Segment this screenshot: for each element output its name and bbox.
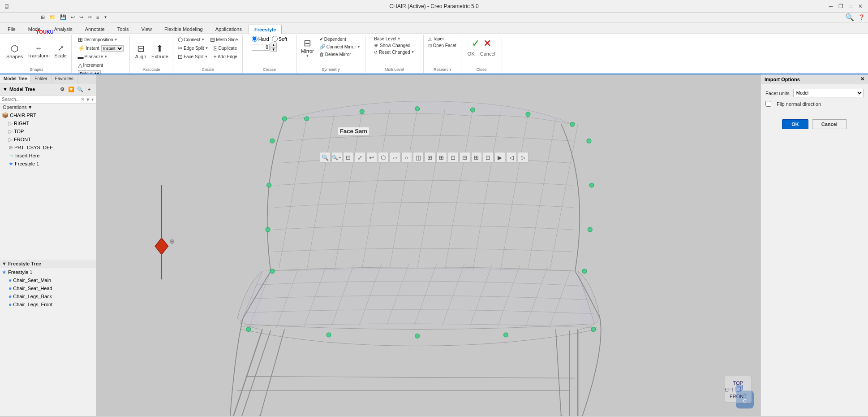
- tree-item-top[interactable]: ▷ TOP: [0, 127, 96, 135]
- freestyle-tree-seat-main[interactable]: ● Chair_Seat_Main: [0, 276, 96, 284]
- minimize-button[interactable]: ─: [827, 2, 835, 10]
- display-mode-1[interactable]: ⊞: [425, 152, 435, 163]
- edge-split-button[interactable]: ✂ Edge Split ▼: [176, 44, 211, 52]
- freestyle-tree-legs-back[interactable]: ● Chair_Legs_Back: [0, 292, 96, 300]
- tree-search-clear[interactable]: ✕: [81, 96, 85, 102]
- qa-dropdown[interactable]: ▼: [102, 15, 108, 19]
- section-button[interactable]: ◫: [413, 152, 424, 163]
- scale-button[interactable]: ⤢ Scale: [52, 43, 69, 59]
- import-cancel-button[interactable]: Cancel: [812, 119, 847, 129]
- search-icon[interactable]: 🔍: [844, 13, 855, 22]
- chair-3d-model[interactable]: ⊕: [96, 74, 761, 416]
- tab-file[interactable]: File: [2, 24, 21, 34]
- tree-search-input[interactable]: [2, 97, 81, 102]
- crease-value-input[interactable]: [252, 44, 270, 51]
- cancel-x-button[interactable]: ✕: [483, 38, 491, 49]
- tab-favorites[interactable]: Favorites: [52, 74, 77, 83]
- freestyle-tree-root[interactable]: ★ Freestyle 1: [0, 268, 96, 276]
- restore-button[interactable]: ❐: [837, 2, 845, 10]
- tree-item-prt-csys-def[interactable]: ⊕ PRT_CSYS_DEF: [0, 143, 96, 152]
- hard-radio[interactable]: [252, 36, 258, 42]
- tab-applications[interactable]: Applications: [210, 24, 248, 34]
- tab-folder[interactable]: Folder: [31, 74, 51, 83]
- zoom-in-button[interactable]: 🔍: [320, 152, 331, 163]
- display-mode-5[interactable]: ⊞: [471, 152, 482, 163]
- tree-search-icon[interactable]: 🔍: [76, 85, 84, 93]
- display-mode-2[interactable]: ⊞: [436, 152, 447, 163]
- rotate-button[interactable]: ↩: [366, 152, 377, 163]
- soft-radio[interactable]: [272, 36, 278, 42]
- qa-cut[interactable]: ✂: [86, 14, 93, 20]
- delete-mirror-button[interactable]: 🗑 Delete Mirror: [318, 51, 362, 57]
- align-button[interactable]: ⊟ Align: [133, 42, 149, 60]
- planarize-button[interactable]: ▬ Planarize ▼: [76, 53, 110, 61]
- decomposition-button[interactable]: ⊞ Decomposition ▼: [76, 36, 120, 43]
- default-select-button[interactable]: Default: [76, 70, 103, 74]
- soft-radio-label[interactable]: Soft: [272, 36, 288, 42]
- maximize-button[interactable]: □: [847, 2, 855, 10]
- tree-search-filter-icon[interactable]: ▼: [86, 97, 90, 102]
- transform-button[interactable]: ↔ Transform: [26, 43, 52, 59]
- qa-save[interactable]: 💾: [59, 14, 68, 20]
- taper-button[interactable]: △ Taper: [426, 36, 446, 42]
- base-level-button[interactable]: Base Level ▼: [372, 36, 402, 42]
- wireframe-button[interactable]: ⬡: [378, 152, 389, 163]
- freestyle-tree-seat-head[interactable]: ● Chair_Seat_Head: [0, 284, 96, 292]
- tab-model[interactable]: Model: [22, 24, 47, 34]
- hidden-lines-button[interactable]: ○: [401, 152, 412, 163]
- qa-undo[interactable]: ↩: [69, 14, 76, 20]
- zoom-fit-button[interactable]: ⊡: [343, 152, 354, 163]
- tree-item-front[interactable]: ▷ FRONT: [0, 135, 96, 143]
- operations-dropdown-icon[interactable]: ▼: [28, 104, 33, 110]
- tree-settings-icon[interactable]: ⚙: [58, 85, 66, 93]
- viewport[interactable]: 🔍 🔍− ⊡ ⤢ ↩ ⬡ ▱ ○ ◫ ⊞ ⊞ ⊡ ⊟ ⊞ ⊡ ▶ ◁ ▷ Fac…: [96, 74, 761, 416]
- display-mode-6[interactable]: ⊡: [483, 152, 494, 163]
- import-ok-button[interactable]: OK: [782, 119, 808, 129]
- dependent-button[interactable]: ✔ Dependent: [318, 36, 362, 43]
- tree-item-chair-prt[interactable]: 📦 CHAIR.PRT: [0, 111, 96, 119]
- freestyle-tree-legs-front[interactable]: ● Chair_Legs_Front: [0, 300, 96, 308]
- mirror-button[interactable]: ⊟ Mirror ▼: [299, 36, 316, 60]
- tab-freestyle[interactable]: Freestyle: [249, 25, 282, 34]
- qa-new[interactable]: ⊞: [39, 14, 46, 20]
- duplicate-button[interactable]: ⎘ Duplicate: [212, 44, 239, 52]
- instant-select[interactable]: Instant: [101, 45, 124, 52]
- select-mode[interactable]: ▷: [518, 152, 529, 163]
- qa-redo[interactable]: ↪: [78, 14, 85, 20]
- shaded-button[interactable]: ▱: [390, 152, 400, 163]
- qa-open[interactable]: 📁: [48, 14, 57, 20]
- reset-changed-button[interactable]: ↺ Reset Changed ▼: [372, 49, 416, 55]
- nav-back[interactable]: ◁: [506, 152, 517, 163]
- tab-flexible-modeling[interactable]: Flexible Modeling: [159, 24, 209, 34]
- shapes-button[interactable]: ⬡ Shapes: [4, 42, 25, 60]
- help-icon[interactable]: ❓: [857, 14, 866, 20]
- tab-analysis[interactable]: Analysis: [48, 24, 78, 34]
- import-options-close-icon[interactable]: ✕: [860, 76, 864, 82]
- zoom-out-button[interactable]: 🔍−: [331, 152, 342, 163]
- tree-item-right[interactable]: ▷ RIGHT: [0, 119, 96, 127]
- default-dropdown[interactable]: Default: [78, 70, 101, 74]
- increment-button[interactable]: △ Increment: [76, 61, 105, 69]
- freestyle-tree-header[interactable]: ▼ Freestyle Tree: [0, 260, 96, 268]
- tab-tools[interactable]: Tools: [112, 24, 135, 34]
- add-edge-button[interactable]: + Add Edge: [211, 53, 239, 61]
- tree-add-icon[interactable]: +: [85, 85, 93, 93]
- instant-button[interactable]: ⚡ Instant Instant: [76, 44, 125, 52]
- hard-radio-label[interactable]: Hard: [252, 36, 269, 42]
- ok-checkmark-button[interactable]: ✓: [472, 38, 480, 49]
- facet-units-select[interactable]: Model Millimeter Inch: [793, 89, 864, 97]
- nav-forward[interactable]: ▶: [494, 152, 505, 163]
- open-facet-button[interactable]: ⊡ Open Facet: [426, 43, 458, 48]
- tree-item-insert-here[interactable]: → Insert Here: [0, 152, 96, 160]
- close-button[interactable]: ✕: [856, 2, 864, 10]
- flip-normal-checkbox[interactable]: [765, 101, 771, 107]
- extrude-button[interactable]: ⬆ Extrude: [150, 42, 170, 60]
- crease-decrement-button[interactable]: ▼: [271, 47, 277, 52]
- connect-button[interactable]: ⬡ Connect ▼: [176, 36, 206, 43]
- connect-mirror-button[interactable]: 🔗 Connect Mirror ▼: [318, 43, 362, 50]
- tree-add-item-icon[interactable]: +: [91, 97, 94, 102]
- qa-menu[interactable]: ≡: [95, 15, 100, 20]
- show-changed-button[interactable]: 👁 Show Changed: [372, 43, 412, 48]
- tree-filter-icon[interactable]: 🔽: [67, 85, 75, 93]
- face-split-button[interactable]: ⊡ Face Split ▼: [176, 53, 210, 61]
